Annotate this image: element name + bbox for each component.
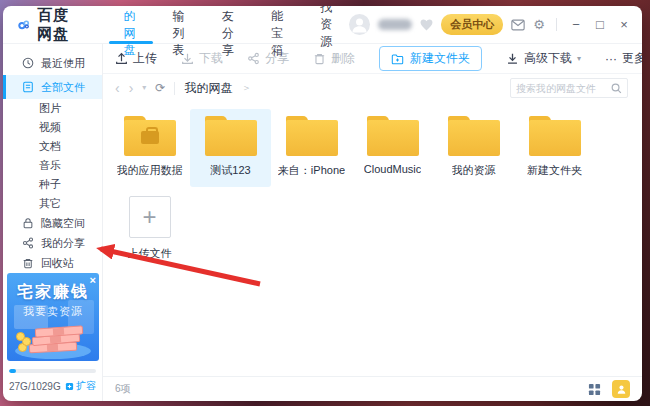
sidebar-item-recent[interactable]: 最近使用 [3,51,102,75]
new-folder-icon [391,53,404,65]
folder-icon [448,116,500,156]
breadcrumb-separator-icon: ＞ [241,81,251,95]
folder-item-from-iphone[interactable]: 来自：iPhone [271,109,352,187]
refresh-icon[interactable]: ⟳ [155,82,165,94]
search-input[interactable] [516,83,611,94]
upload-tile-label: 上传文件 [128,246,172,261]
sidebar-item-hidden-space[interactable]: 隐藏空间 [3,213,102,233]
breadcrumb-divider [174,82,175,95]
more-button[interactable]: ··· 更多 ▾ [605,50,642,67]
folder-label: 测试123 [210,163,250,178]
status-bar: 6项 [103,376,642,401]
sidebar-item-videos[interactable]: 视频 [3,118,102,137]
sidebar-item-pictures[interactable]: 图片 [3,99,102,118]
sidebar-item-torrents[interactable]: 种子 [3,175,102,194]
sidebar-item-my-shares[interactable]: 我的分享 [3,233,102,253]
sidebar-item-documents[interactable]: 文档 [3,137,102,156]
person-icon [616,384,627,395]
folder-label: 我的资源 [452,163,496,178]
folder-icon [124,116,176,156]
app-window: 百度网盘 我的网盘 传输列表 好友分享 功能宝箱 找资源 会员中心 [3,6,642,401]
tab-find-resources[interactable]: 找资源 [303,6,349,44]
folder-item-test123[interactable]: 测试123 [190,109,271,187]
share-icon [22,237,34,249]
app-title: 百度网盘 [37,6,74,44]
folder-label: 我的应用数据 [117,163,183,178]
sidebar-item-music[interactable]: 音乐 [3,156,102,175]
advanced-download-button[interactable]: 高级下载 ▾ [506,50,581,67]
storage-usage: 27G/1029G [9,381,61,392]
back-icon[interactable]: ‹ [115,81,120,95]
folder-label: CloudMusic [364,163,421,175]
search-icon[interactable] [611,83,622,94]
expand-capacity-link[interactable]: 扩容 [65,379,96,393]
sidebar-item-others[interactable]: 其它 [3,194,102,213]
storage-progress-bar [9,369,96,373]
sidebar: 最近使用 全部文件 图片 视频 文档 音乐 种子 其它 [3,44,103,401]
tab-toolbox[interactable]: 功能宝箱 [254,6,303,44]
all-files-icon [22,81,34,93]
person-icon [349,14,370,35]
main-panel: 上传 下载 分享 [103,44,642,401]
advanced-download-icon [506,52,519,65]
folder-label: 来自：iPhone [278,163,345,178]
expand-icon [65,382,74,391]
folder-item-cloudmusic[interactable]: CloudMusic [352,109,433,187]
lock-icon [22,217,34,229]
user-avatar[interactable] [349,14,370,35]
trash-icon [22,257,34,269]
share-nodes-icon [247,52,260,65]
tab-transfer-list[interactable]: 传输列表 [156,6,205,44]
app-logo: 百度网盘 [17,6,74,44]
money-illustration [7,305,99,361]
breadcrumb-bar: ‹ › ▾ ⟳ 我的网盘 ＞ [103,74,642,102]
storage-progress-fill [9,369,16,373]
member-center-button[interactable]: 会员中心 [441,14,503,35]
clock-icon [22,57,34,69]
heart-icon[interactable] [420,19,433,31]
folder-label: 新建文件夹 [527,163,582,178]
promo-close-icon[interactable]: × [90,274,96,287]
maximize-button[interactable]: □ [592,18,608,31]
customer-service-button[interactable] [612,380,630,398]
message-icon[interactable] [511,19,525,31]
folder-icon [367,116,419,156]
sidebar-item-all-files[interactable]: 全部文件 [3,75,102,99]
breadcrumb-root[interactable]: 我的网盘 [184,80,232,97]
tab-my-pan[interactable]: 我的网盘 [106,6,155,44]
folder-item-app-data[interactable]: 我的应用数据 [109,109,190,187]
forward-icon[interactable]: › [129,81,134,95]
header-divider [556,18,557,31]
briefcase-emblem-icon [141,131,159,144]
delete-trash-icon [313,52,326,65]
close-button[interactable]: × [616,18,632,31]
baidu-pan-logo-icon [17,13,30,36]
file-grid: 我的应用数据 测试123 来自：iPhone CloudMusic 我的资源 [103,102,642,376]
promo-banner[interactable]: × 宅家赚钱 我要卖资源 [7,273,99,361]
upload-file-tile[interactable]: + 上传文件 [109,187,190,270]
sidebar-item-recycle-bin[interactable]: 回收站 [3,253,102,273]
history-dropdown-icon[interactable]: ▾ [142,84,146,92]
new-folder-button[interactable]: 新建文件夹 [379,46,482,71]
settings-gear-icon[interactable]: ⚙ [533,18,545,31]
delete-button[interactable]: 删除 [313,50,355,67]
username-blurred [378,19,412,30]
folder-item-my-resources[interactable]: 我的资源 [433,109,514,187]
main-tabs: 我的网盘 传输列表 好友分享 功能宝箱 找资源 [106,6,349,44]
folder-icon [205,116,257,156]
folder-icon [529,116,581,156]
item-count: 6项 [115,382,131,396]
folder-icon [286,116,338,156]
tab-friend-share[interactable]: 好友分享 [205,6,254,44]
title-bar: 百度网盘 我的网盘 传输列表 好友分享 功能宝箱 找资源 会员中心 [3,6,642,44]
search-box[interactable] [510,78,628,98]
folder-item-new-folder[interactable]: 新建文件夹 [514,109,595,187]
storage-panel: 27G/1029G 扩容 [3,365,102,401]
minimize-button[interactable]: − [568,18,584,31]
grid-view-icon[interactable] [588,383,601,396]
chevron-down-icon: ▾ [577,54,581,63]
plus-icon: + [129,196,171,238]
